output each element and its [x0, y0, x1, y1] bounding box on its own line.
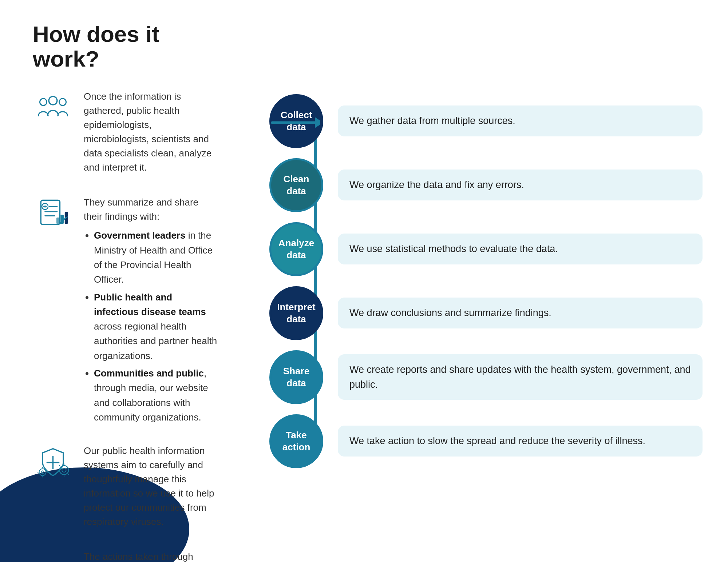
flow-desc-collect: We gather data from multiple sources.: [338, 105, 703, 136]
flow-circle-interpret-label: Interpretdata: [277, 301, 315, 325]
flow-desc-take-action-text: We take action to slow the spread and re…: [349, 435, 645, 446]
section-actions-text: The actions taken through these partners…: [84, 550, 218, 562]
flow-desc-analyze: We use statistical methods to evaluate t…: [338, 234, 703, 264]
flow-desc-clean: We organize the data and fix any errors.: [338, 170, 703, 200]
report-icon-area: [33, 195, 73, 231]
flow-circle-take-action-label: Takeaction: [282, 429, 310, 453]
left-panel: How does it work? Once the infor: [0, 0, 240, 562]
people-icon: [36, 91, 70, 125]
section-actions: The actions taken through these partners…: [33, 550, 218, 562]
flow-step-interpret: Interpretdata We draw conclusions and su…: [269, 286, 703, 340]
flow-desc-collect-text: We gather data from multiple sources.: [349, 115, 515, 126]
svg-point-1: [40, 99, 47, 105]
people-icon-area: [33, 89, 73, 125]
public-health-rest: across regional health authorities and p…: [94, 321, 217, 361]
right-panel: Collectdata We gather data from multiple…: [240, 0, 728, 562]
list-item-public-health: Public health and infectious disease tea…: [94, 290, 218, 363]
svg-rect-10: [56, 218, 60, 224]
shield-icon: [36, 445, 70, 480]
svg-point-0: [49, 97, 57, 105]
report-icon: [36, 197, 70, 231]
flow-circle-share-label: Sharedata: [283, 365, 309, 389]
section-epidemiologists: Once the information is gathered, public…: [33, 89, 218, 179]
actions-paragraph: The actions taken through these partners…: [84, 550, 218, 562]
flow-circle-clean: Cleandata: [269, 158, 323, 212]
flow-circle-take-action: Takeaction: [269, 414, 323, 468]
svg-point-26: [41, 471, 44, 474]
flow-step-collect: Collectdata We gather data from multiple…: [269, 94, 703, 148]
flow-circle-analyze-label: Analyzedata: [278, 237, 314, 261]
flow-desc-clean-text: We organize the data and fix any errors.: [349, 179, 524, 190]
flow-circle-interpret: Interpretdata: [269, 286, 323, 340]
section-epidemiologists-text: Once the information is gathered, public…: [84, 89, 218, 179]
svg-marker-32: [315, 117, 320, 128]
section-share-findings: They summarize and share their findings …: [33, 195, 218, 427]
flow-arrow: [269, 112, 320, 133]
share-findings-list: Government leaders in the Ministry of He…: [84, 228, 218, 425]
list-item-communities: Communities and public, through media, o…: [94, 366, 218, 425]
flow-circle-analyze: Analyzedata: [269, 222, 323, 276]
svg-line-24: [68, 474, 69, 475]
flow-step-analyze: Analyzedata We use statistical methods t…: [269, 222, 703, 276]
shield-icon-area: [33, 444, 73, 480]
flow-circle-clean-label: Cleandata: [284, 173, 309, 197]
flow-desc-share: We create reports and share updates with…: [338, 354, 703, 400]
section-public-health-text: Our public health information systems ai…: [84, 444, 218, 533]
svg-point-17: [59, 466, 68, 475]
flow-desc-share-text: We create reports and share updates with…: [349, 364, 691, 390]
section-public-health: Our public health information systems ai…: [33, 444, 218, 533]
epidemiologists-paragraph: Once the information is gathered, public…: [84, 89, 218, 175]
flow-step-share: Sharedata We create reports and share up…: [269, 350, 703, 404]
public-health-paragraph: Our public health information systems ai…: [84, 444, 218, 529]
svg-point-25: [39, 469, 46, 476]
communities-bold: Communities and public: [94, 368, 204, 379]
page: How does it work? Once the infor: [0, 0, 728, 562]
government-bold: Government leaders: [94, 230, 185, 241]
flow-desc-analyze-text: We use statistical methods to evaluate t…: [349, 243, 558, 254]
flow-container: Collectdata We gather data from multiple…: [269, 94, 703, 468]
flow-step-clean: Cleandata We organize the data and fix a…: [269, 158, 703, 212]
flow-circle-share: Sharedata: [269, 350, 323, 404]
flow-desc-take-action: We take action to slow the spread and re…: [338, 426, 703, 457]
flow-step-take-action: Takeaction We take action to slow the sp…: [269, 414, 703, 468]
flow-desc-interpret: We draw conclusions and summarize findin…: [338, 298, 703, 328]
share-findings-intro: They summarize and share their findings …: [84, 195, 218, 224]
list-item-government: Government leaders in the Ministry of He…: [94, 228, 218, 287]
section-share-findings-text: They summarize and share their findings …: [84, 195, 218, 427]
svg-point-2: [59, 99, 66, 105]
svg-line-23: [59, 465, 60, 466]
page-title: How does it work?: [33, 22, 218, 71]
svg-point-18: [62, 468, 66, 472]
flow-desc-interpret-text: We draw conclusions and summarize findin…: [349, 307, 551, 318]
public-health-bold: Public health and infectious disease tea…: [94, 292, 206, 317]
